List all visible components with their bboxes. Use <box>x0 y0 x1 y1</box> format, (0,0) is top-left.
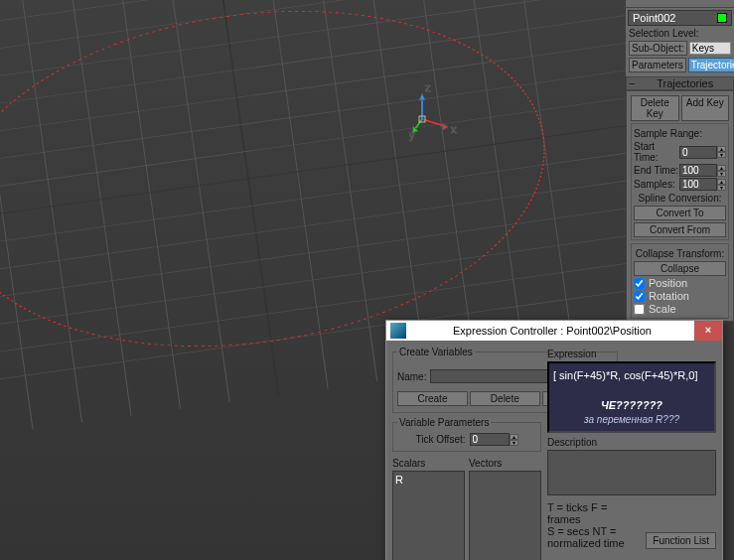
convert-from-button[interactable]: Convert From <box>634 222 726 237</box>
parameters-button[interactable]: Parameters <box>629 58 686 72</box>
expression-controller-dialog: Expression Controller : Point002\Positio… <box>385 320 723 560</box>
rollout-toggle[interactable]: − <box>629 77 635 89</box>
description-textarea[interactable] <box>547 450 716 495</box>
sub-object-button[interactable]: Sub-Object: <box>629 41 687 56</box>
expression-label: Expression <box>547 349 716 359</box>
svg-line-7 <box>119 0 180 409</box>
variable-parameters-legend: Variable Parameters <box>397 417 491 428</box>
end-time-input[interactable] <box>679 164 717 177</box>
samples-label: Samples: <box>634 179 679 190</box>
dialog-title: Expression Controller : Point002\Positio… <box>410 325 694 337</box>
dialog-titlebar[interactable]: Expression Controller : Point002\Positio… <box>386 321 722 341</box>
create-button[interactable]: Create <box>397 391 468 406</box>
sub-object-select[interactable]: Keys <box>689 42 731 55</box>
trajectories-button[interactable]: Trajectories <box>688 58 734 72</box>
description-label: Description <box>547 437 716 448</box>
spinner-arrows[interactable]: ▴▾ <box>717 179 726 191</box>
samples-input[interactable] <box>679 178 717 191</box>
svg-line-12 <box>366 0 426 374</box>
collapse-transform-label: Collapse Transform: <box>634 248 726 259</box>
variable-parameters-group: Variable Parameters Tick Offset: ▴▾ <box>392 417 541 452</box>
scalars-listbox[interactable]: R <box>392 471 465 560</box>
panel-tabs[interactable] <box>626 0 734 8</box>
spinner-arrows[interactable]: ▴▾ <box>510 434 518 446</box>
svg-line-9 <box>218 0 278 395</box>
add-key-button[interactable]: Add Key <box>681 95 730 121</box>
annotation-subtext: за переменная R??? <box>549 414 714 425</box>
object-name: Point002 <box>633 12 675 24</box>
svg-line-15 <box>513 0 573 353</box>
svg-line-26 <box>0 178 626 288</box>
axis-x-label: x <box>451 123 457 135</box>
svg-line-4 <box>0 0 33 430</box>
create-variables-legend: Create Variables <box>397 347 475 357</box>
expression-text: [ sin(F+45)*R, cos(F+45)*R,0] <box>553 369 698 381</box>
tick-offset-label: Tick Offset: <box>415 434 465 445</box>
function-list-button[interactable]: Function List <box>646 532 716 549</box>
spinner-arrows[interactable]: ▴▾ <box>717 146 726 158</box>
spline-conversion-label: Spline Conversion: <box>634 193 726 204</box>
convert-to-button[interactable]: Convert To <box>634 206 726 220</box>
scalars-label: Scalars <box>392 458 465 469</box>
vectors-label: Vectors <box>469 458 541 469</box>
svg-line-13 <box>414 0 475 367</box>
sample-range-label: Sample Range: <box>634 128 726 139</box>
position-checkbox[interactable] <box>634 278 645 289</box>
svg-line-24 <box>0 123 626 233</box>
close-icon[interactable]: × <box>694 321 722 341</box>
app-icon <box>390 323 406 339</box>
svg-marker-32 <box>442 123 448 130</box>
list-item[interactable]: R <box>395 474 462 486</box>
delete-button[interactable]: Delete <box>470 391 540 406</box>
scale-checkbox[interactable] <box>634 304 645 315</box>
svg-line-25 <box>0 151 626 261</box>
svg-line-8 <box>169 0 229 402</box>
legend-text: T = ticks F = frames S = secs NT = norma… <box>547 501 640 549</box>
svg-line-6 <box>71 0 131 416</box>
svg-line-22 <box>0 70 626 180</box>
rotation-label: Rotation <box>649 290 689 302</box>
annotation-overlay: ЧЕ??????? за переменная R??? <box>549 391 714 425</box>
svg-line-5 <box>21 0 81 423</box>
rollout-title: Trajectories <box>639 77 731 89</box>
position-label: Position <box>649 277 687 289</box>
variable-name-input[interactable] <box>430 369 562 383</box>
tick-offset-input[interactable] <box>470 433 510 446</box>
vectors-listbox[interactable] <box>469 471 541 560</box>
svg-line-17 <box>0 0 615 45</box>
scale-label: Scale <box>649 303 676 315</box>
svg-line-27 <box>0 205 626 315</box>
start-time-input[interactable] <box>679 146 717 159</box>
command-panel: Point002 Selection Level: Sub-Object: Ke… <box>626 0 734 298</box>
svg-line-10 <box>267 0 328 388</box>
rotation-checkbox[interactable] <box>634 291 645 302</box>
axis-z-label: z <box>425 81 431 93</box>
legend-line-2: S = secs NT = normalized time <box>547 525 640 549</box>
collapse-button[interactable]: Collapse <box>634 261 726 276</box>
name-label: Name: <box>397 371 426 382</box>
move-gizmo[interactable] <box>412 93 448 133</box>
svg-line-11 <box>316 0 376 381</box>
svg-marker-36 <box>419 93 425 100</box>
annotation-text: ЧЕ??????? <box>601 399 662 411</box>
axis-y-label: y <box>409 129 415 141</box>
end-time-label: End Time: <box>634 165 679 176</box>
expression-textarea[interactable]: [ sin(F+45)*R, cos(F+45)*R,0] ЧЕ??????? … <box>547 361 716 433</box>
selection-level-label: Selection Level: <box>629 28 731 39</box>
object-color-swatch[interactable] <box>717 13 727 23</box>
legend-line-1: T = ticks F = frames <box>547 501 640 525</box>
start-time-label: Start Time: <box>634 141 679 163</box>
delete-key-button[interactable]: Delete Key <box>631 95 679 121</box>
spinner-arrows[interactable]: ▴▾ <box>717 165 726 177</box>
